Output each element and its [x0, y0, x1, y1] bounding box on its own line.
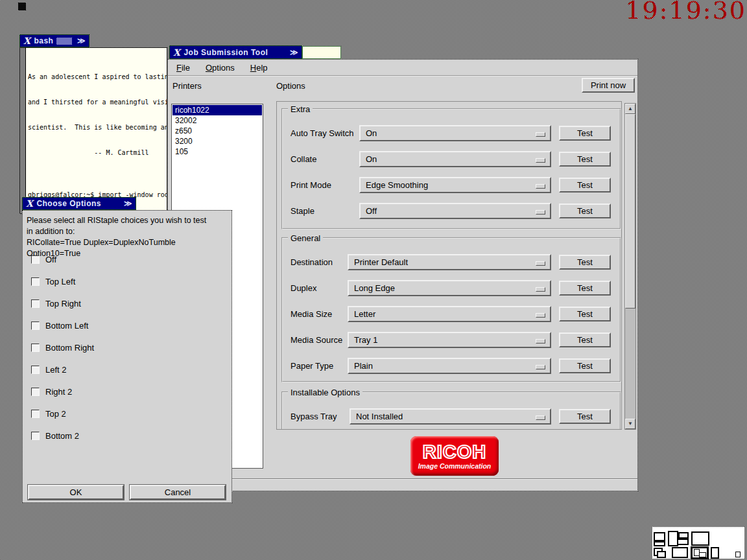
- pager-window: [691, 531, 709, 546]
- paper-type-dropdown[interactable]: Plain: [348, 358, 551, 374]
- test-button[interactable]: Test: [559, 204, 611, 218]
- test-button[interactable]: Test: [559, 255, 611, 270]
- bypass-tray-dropdown[interactable]: Not Installed: [350, 408, 551, 425]
- choose-options-titlebar[interactable]: X Choose Options ≫: [22, 197, 136, 210]
- test-button[interactable]: Test: [559, 332, 611, 347]
- options-panel: Extra Auto Tray Switch On Test Collate O…: [276, 101, 622, 430]
- media-source-dropdown[interactable]: Tray 1: [348, 332, 551, 348]
- terminal-line: As an adolescent I aspired to lastin: [28, 73, 166, 81]
- checkbox-bottom-right[interactable]: [31, 344, 40, 352]
- titlebar-grip[interactable]: [56, 38, 72, 45]
- test-button[interactable]: Test: [559, 178, 611, 192]
- chevron-double-icon[interactable]: ≫: [77, 36, 86, 45]
- menu-help[interactable]: Help: [248, 62, 270, 74]
- checkbox-row: Top Right: [31, 299, 94, 308]
- printer-list-item[interactable]: 105: [172, 146, 262, 157]
- menu-file-mnemonic: F: [176, 63, 182, 73]
- terminal-titlebar[interactable]: X bash ≫: [19, 34, 89, 47]
- test-button[interactable]: Test: [559, 307, 611, 321]
- scroll-up-icon[interactable]: ▲: [625, 104, 635, 114]
- options-header: Options: [276, 81, 305, 91]
- media-size-dropdown[interactable]: Letter: [348, 306, 551, 322]
- menu-file[interactable]: File: [174, 62, 193, 74]
- dropdown-handle-icon: [536, 339, 545, 344]
- checkbox-label: Top Left: [45, 277, 75, 286]
- destination-dropdown[interactable]: Printer Default: [348, 254, 551, 270]
- printer-list-item[interactable]: z650: [172, 126, 262, 136]
- test-button[interactable]: Test: [559, 409, 611, 424]
- checkbox-row: Top 2: [31, 410, 94, 418]
- terminal-title: bash: [34, 36, 53, 45]
- option-label: Collate: [290, 154, 359, 164]
- dropdown-handle-icon: [536, 313, 545, 318]
- test-button[interactable]: Test: [559, 152, 611, 167]
- dropdown-handle-icon: [536, 132, 545, 137]
- test-button[interactable]: Test: [559, 126, 611, 141]
- option-label: Media Source: [290, 335, 348, 345]
- option-row: Auto Tray Switch On Test: [290, 125, 611, 141]
- option-row: Staple Off Test: [290, 203, 611, 219]
- duplex-dropdown[interactable]: Long Edge: [348, 280, 551, 296]
- job-title: Job Submission Tool: [184, 48, 268, 57]
- terminal-window: X bash ≫ As an adolescent I aspired to l…: [19, 34, 167, 214]
- terminal-scrollbar[interactable]: [20, 48, 26, 213]
- print-mode-dropdown[interactable]: Edge Smoothing: [359, 177, 551, 193]
- option-row: Destination Printer Default Test: [290, 254, 611, 270]
- test-button[interactable]: Test: [559, 281, 611, 296]
- group-general: General Destination Printer Default Test…: [281, 237, 621, 382]
- option-row: Collate On Test: [290, 151, 611, 167]
- ricoh-logo-tagline: Image Communication: [418, 462, 492, 470]
- terminal-line: scientist. This is like becoming an: [28, 123, 166, 132]
- desktop-pager[interactable]: [652, 527, 744, 559]
- checkbox-row: Top Left: [31, 277, 94, 286]
- printer-list-item-selected[interactable]: ricoh1022: [172, 105, 262, 115]
- option-row: Media Source Tray 1 Test: [290, 332, 611, 348]
- dropdown-handle-icon: [536, 184, 545, 189]
- chevron-double-icon[interactable]: ≫: [290, 48, 298, 57]
- staple-dropdown[interactable]: Off: [359, 203, 551, 219]
- collate-dropdown[interactable]: On: [359, 151, 551, 167]
- checkbox-row: Off: [31, 255, 94, 264]
- checkbox-right-2[interactable]: [31, 388, 40, 396]
- checkbox-off[interactable]: [31, 255, 40, 264]
- checkbox-top-left[interactable]: [31, 277, 40, 286]
- dropdown-handle-icon: [536, 415, 545, 420]
- menu-options[interactable]: Options: [203, 62, 237, 74]
- chevron-double-icon[interactable]: ≫: [124, 199, 132, 208]
- dropdown-handle-icon: [536, 287, 545, 292]
- scrollbar-trough[interactable]: [625, 114, 635, 419]
- desktop-clock: 19:19:30: [625, 0, 746, 25]
- auto-tray-switch-dropdown[interactable]: On: [359, 125, 551, 141]
- checkbox-bottom-2[interactable]: [31, 432, 40, 440]
- checkbox-label: Top Right: [45, 299, 81, 309]
- menu-file-rest: ile: [182, 63, 190, 73]
- options-scrollbar[interactable]: ▲ ▼: [624, 103, 636, 430]
- pager-window: [699, 552, 706, 557]
- terminal-screen[interactable]: As an adolescent I aspired to lastin and…: [26, 48, 167, 213]
- job-titlebar[interactable]: X Job Submission Tool ≫: [169, 45, 302, 59]
- test-button[interactable]: Test: [559, 358, 611, 373]
- checkbox-top-2[interactable]: [31, 410, 40, 418]
- checkbox-row: Bottom Left: [31, 321, 94, 330]
- cancel-button[interactable]: Cancel: [130, 485, 226, 500]
- checkbox-row: Bottom 2: [31, 432, 94, 440]
- print-now-button[interactable]: Print now: [582, 78, 635, 93]
- option-label: Staple: [290, 206, 359, 216]
- ricoh-logo-brand: RICOH: [423, 443, 486, 461]
- dropdown-handle-icon: [536, 210, 545, 215]
- printer-list-item[interactable]: 3200: [172, 136, 262, 146]
- menu-help-mnemonic: H: [250, 63, 256, 73]
- dialog-message: Please select all RIStaple choices you w…: [23, 211, 231, 259]
- pager-window: [711, 547, 719, 559]
- option-row: Print Mode Edge Smoothing Test: [290, 177, 611, 193]
- option-label: Print Mode: [290, 180, 359, 190]
- checkbox-left-2[interactable]: [31, 366, 40, 374]
- scrollbar-thumb[interactable]: [625, 114, 635, 309]
- scroll-down-icon[interactable]: ▼: [625, 419, 635, 429]
- ok-button[interactable]: OK: [28, 485, 124, 500]
- checkbox-label: Top 2: [45, 409, 66, 419]
- checkbox-bottom-left[interactable]: [31, 321, 40, 330]
- printer-list-item[interactable]: 32002: [172, 115, 262, 126]
- checkbox-top-right[interactable]: [31, 299, 40, 308]
- titlebar-slot: [302, 46, 341, 59]
